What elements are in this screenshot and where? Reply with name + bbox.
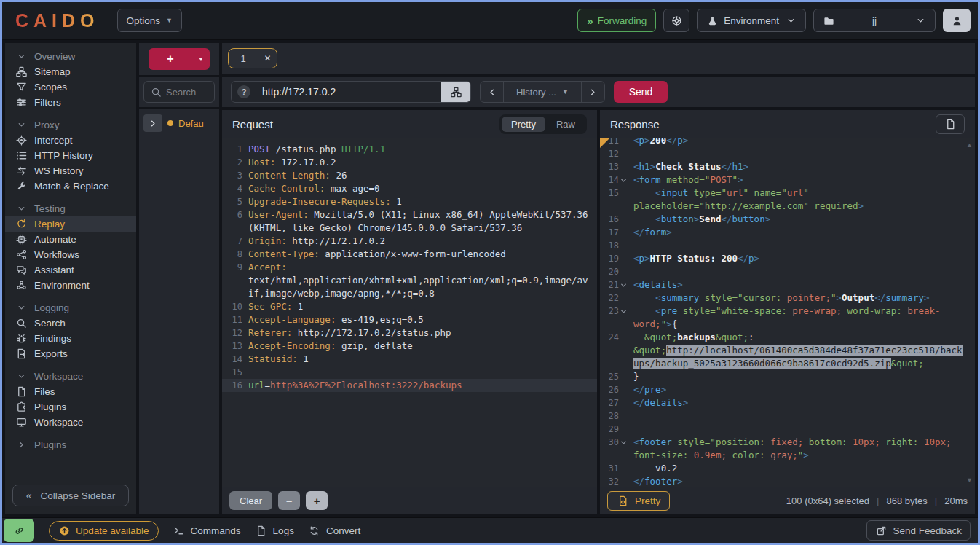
chevron-down-icon: ▼ [166,17,173,24]
collapse-icon: « [26,490,32,501]
code-line: 28 [600,409,975,423]
options-button[interactable]: Options ▼ [117,9,182,32]
commands-button[interactable]: Commands [173,525,241,536]
sidebar-item-exports[interactable]: Exports [5,346,136,361]
workspace-selector[interactable]: jj [813,9,936,32]
sidebar-item-ws-history[interactable]: WS History [5,163,136,179]
connection-settings-button[interactable] [441,82,470,102]
tab-1[interactable]: 1 ✕ [228,48,277,68]
expand-button[interactable] [143,114,162,132]
sidebar-item-findings[interactable]: Findings [5,331,136,346]
session-search-input[interactable] [166,87,208,98]
scroll-up-icon[interactable]: ▲ [966,141,973,149]
sidebar-item-intercept[interactable]: Intercept [5,133,136,148]
sidebar-item-workflows[interactable]: Workflows [5,247,136,262]
sidebar-item-replay[interactable]: Replay [5,216,136,232]
zoom-out-button[interactable]: − [278,491,300,510]
copy-response-button[interactable] [936,114,965,134]
browser-button[interactable] [663,9,689,32]
code-line: 32</footer> [600,475,975,487]
request-header: Request Pretty Raw [222,110,597,138]
top-bar: CAIDO Options ▼ » Forwarding Environment… [2,2,978,40]
replay-area: 1 ✕ ? History ... ▼ Se [222,43,975,514]
sidebar-group-overview[interactable]: Overview [5,49,136,64]
scopes-icon [15,82,27,93]
sidebar-item-workspace[interactable]: Workspace [5,415,136,430]
response-pretty-button[interactable]: Pretty [607,491,670,511]
caido-logo: CAIDO [9,10,110,31]
tab-pretty[interactable]: Pretty [502,117,545,132]
history-forward-button[interactable] [581,82,604,102]
fold-icon[interactable] [619,278,628,291]
sidebar-item-sitemap[interactable]: Sitemap [5,64,136,79]
sidebar-item-files[interactable]: Files [5,384,136,399]
plus-icon: + [149,52,192,66]
url-input[interactable] [256,82,441,102]
help-button[interactable]: ? [232,82,256,102]
code-line: 31 v0.2 [600,462,975,475]
tab-raw[interactable]: Raw [547,117,585,132]
logs-label: Logs [273,525,294,536]
fold-icon[interactable] [619,305,628,318]
response-header: Response [600,110,975,138]
chevron-right-icon [147,118,159,129]
sidebar-nav: OverviewSitemapScopesFiltersProxyInterce… [5,43,136,477]
file-icon [944,119,956,130]
sidebar-item-assistant[interactable]: Assistant [5,262,136,278]
sidebar-item-http-history[interactable]: HTTP History [5,148,136,163]
convert-button[interactable]: Convert [309,525,360,536]
sidebar-item-label: HTTP History [34,150,93,161]
fold-icon[interactable] [619,173,628,187]
sidebar-group-workspace[interactable]: Workspace [5,369,136,384]
sidebar-group-proxy[interactable]: Proxy [5,117,136,133]
account-button[interactable] [943,9,971,32]
forwarding-button[interactable]: » Forwarding [577,9,656,32]
send-button[interactable]: Send [614,81,668,103]
request-code: 1POST /status.php HTTP/1.12Host: 172.17.… [222,143,597,392]
response-panel: Response 11<p>200</p>1213<h1>Check Statu… [600,110,975,514]
sidebar-item-automate[interactable]: Automate [5,232,136,247]
chev-down-icon [15,51,27,62]
sidebar-item-search[interactable]: Search [5,315,136,331]
tab-bar: 1 ✕ [222,43,975,74]
session-label: Defau [178,118,204,129]
replay-icon [15,219,27,230]
request-editor[interactable]: 1POST /status.php HTTP/1.12Host: 172.17.… [222,138,597,487]
connection-status-button[interactable] [4,519,34,542]
sidebar-item-filters[interactable]: Filters [5,95,136,110]
chev-down-icon [15,203,27,214]
sessions-panel: + ▼ Defau [139,43,219,514]
sidebar-item-label: Replay [34,219,65,230]
sidebar-group-logging[interactable]: Logging [5,300,136,315]
session-item-default[interactable]: Defau [143,113,215,133]
sidebar-group-testing[interactable]: Testing [5,201,136,216]
update-available-button[interactable]: Update available [49,521,159,541]
fold-icon[interactable] [619,436,628,449]
code-line: 7Origin: http://172.17.0.2 [222,235,597,248]
sidebar-item-environment[interactable]: Environment [5,278,136,293]
sidebar-item-scopes[interactable]: Scopes [5,79,136,95]
response-title: Response [610,118,660,130]
code-line: 3Content-Length: 26 [222,169,597,182]
response-editor[interactable]: 11<p>200</p>1213<h1>Check Status</h1>14<… [600,138,975,487]
chevron-down-icon[interactable]: ▼ [192,56,210,63]
link-icon [13,525,25,536]
history-back-button[interactable] [481,82,504,102]
environment-dropdown[interactable]: Environment [697,9,806,32]
sidebar-group-plugins[interactable]: Plugins [5,437,136,452]
new-session-button[interactable]: + ▼ [149,48,210,70]
collapse-sidebar-button[interactable]: « Collapse Sidebar [12,485,129,506]
close-icon[interactable]: ✕ [258,49,277,68]
history-dropdown[interactable]: History ... ▼ [504,82,581,102]
code-line: 29 [600,423,975,436]
folder-icon [823,15,834,26]
sidebar-item-match-replace[interactable]: Match & Replace [5,179,136,194]
clear-button[interactable]: Clear [229,491,272,510]
send-feedback-button[interactable]: Send Feedback [866,520,971,541]
zoom-in-button[interactable]: + [306,491,328,510]
logs-button[interactable]: Logs [256,525,294,536]
scroll-down-icon[interactable]: ▼ [966,477,973,484]
sitemap-icon [15,66,27,77]
code-line: 2Host: 172.17.0.2 [222,156,597,169]
sidebar-item-plugins[interactable]: Plugins [5,399,136,415]
